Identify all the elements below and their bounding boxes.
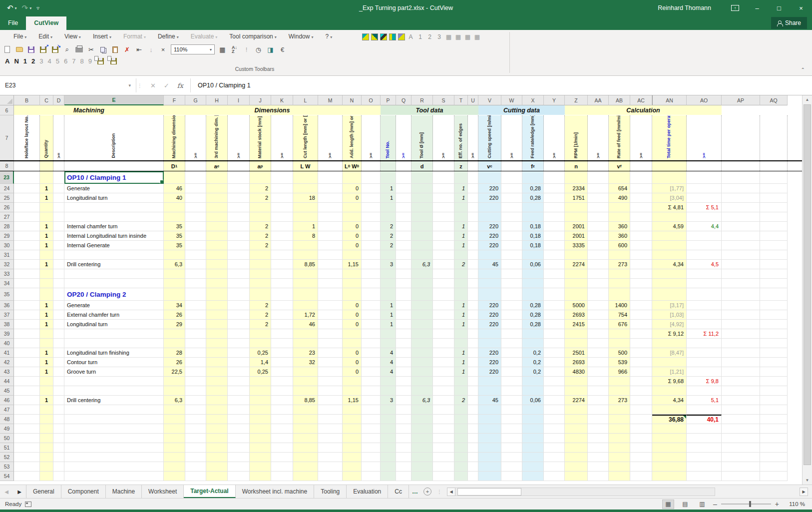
cell-M41[interactable] (318, 348, 343, 358)
cell-AB27[interactable] (609, 212, 630, 222)
cell-H42[interactable] (206, 358, 228, 367)
cell-Z31[interactable] (565, 250, 588, 260)
cell-L28[interactable]: 1 (293, 222, 318, 231)
column-header-AQ[interactable]: AQ (760, 95, 788, 105)
cell-X45[interactable] (522, 386, 544, 396)
cell-AC36[interactable] (630, 301, 652, 310)
cell-S40[interactable] (433, 339, 454, 348)
cell-G31[interactable] (185, 250, 206, 260)
menu-tool-comparison[interactable]: Tool comparison▾ (224, 31, 282, 42)
cell-L49[interactable] (293, 424, 318, 434)
cell-V43[interactable]: 220 (478, 367, 501, 377)
cell-I34[interactable] (228, 279, 250, 288)
cell-C24[interactable]: 1 (40, 184, 53, 193)
cell-AN40[interactable] (652, 339, 687, 348)
cell-AC39[interactable] (630, 329, 652, 339)
cell-I29[interactable] (228, 231, 250, 241)
cell-AB43[interactable]: 966 (609, 367, 630, 377)
cell-AQ51[interactable] (760, 443, 788, 453)
cell-V32[interactable]: 45 (478, 260, 501, 269)
cell-AA36[interactable] (588, 301, 609, 310)
cell-N48[interactable] (343, 415, 362, 424)
undo-dropdown-icon[interactable]: ▾ (15, 6, 17, 10)
cell-F26[interactable] (164, 203, 185, 212)
menu-insert[interactable]: Insert▾ (87, 31, 117, 42)
cell-K51[interactable] (271, 443, 293, 453)
cell-Q37[interactable] (396, 310, 411, 320)
enter-icon[interactable]: ✓ (164, 82, 169, 89)
cell-AQ41[interactable] (760, 348, 788, 358)
cell-Y26[interactable] (544, 203, 565, 212)
cell-R45[interactable] (411, 386, 433, 396)
cell-U34[interactable] (468, 279, 478, 288)
cell-L41[interactable]: 23 (293, 348, 318, 358)
cell-AO32[interactable]: 4,5 (687, 260, 722, 269)
cell-N24[interactable]: 0 (343, 184, 362, 193)
column-header-E[interactable]: E (64, 95, 164, 105)
cell-AN33[interactable] (652, 269, 687, 279)
cell-O51[interactable] (362, 443, 381, 453)
cell-I26[interactable] (228, 203, 250, 212)
cell-L44[interactable] (293, 377, 318, 386)
cell-M38[interactable] (318, 320, 343, 329)
cell-Y43[interactable] (544, 367, 565, 377)
cell-AO43[interactable] (687, 367, 722, 377)
cell-AQ50[interactable] (760, 434, 788, 443)
row-header-32[interactable]: 32 (0, 260, 14, 269)
cell-L33[interactable] (293, 269, 318, 279)
row-header-31[interactable]: 31 (0, 250, 14, 260)
cell-Y36[interactable] (544, 301, 565, 310)
cell-U27[interactable] (468, 212, 478, 222)
cell-AP36[interactable] (722, 301, 760, 310)
cell-T26[interactable] (454, 203, 468, 212)
cell-AN44[interactable]: Σ 9,68 (652, 377, 687, 386)
cell-M52[interactable] (318, 453, 343, 462)
cell-AC31[interactable] (630, 250, 652, 260)
copy-icon[interactable] (99, 45, 107, 54)
cell-AB45[interactable] (609, 386, 630, 396)
cell-X49[interactable] (522, 424, 544, 434)
cell-C26[interactable] (40, 203, 53, 212)
cell-V46[interactable]: 45 (478, 396, 501, 405)
cell-H46[interactable] (206, 396, 228, 405)
cell-R25[interactable] (411, 193, 433, 203)
cell-H38[interactable] (206, 320, 228, 329)
cell-N29[interactable]: 0 (343, 231, 362, 241)
cell-E48[interactable] (64, 415, 164, 424)
cell-W43[interactable] (501, 367, 522, 377)
cell-Y44[interactable] (544, 377, 565, 386)
cell-K39[interactable] (271, 329, 293, 339)
cell-J45[interactable] (250, 386, 271, 396)
recalc-time-icon[interactable]: ◷ (254, 45, 263, 54)
cell-M30[interactable] (318, 241, 343, 250)
cell-T28[interactable]: 1 (454, 222, 468, 231)
cell-Q53[interactable] (396, 462, 411, 472)
cell-U40[interactable] (468, 339, 478, 348)
cell-C42[interactable]: 1 (40, 358, 53, 367)
cell-AC54[interactable] (630, 472, 652, 481)
cell-AP39[interactable] (722, 329, 760, 339)
cell-AP49[interactable] (722, 424, 760, 434)
outline-level-9[interactable]: 9 (88, 57, 92, 65)
cell-AN45[interactable] (652, 386, 687, 396)
cell-C46[interactable]: 1 (40, 396, 53, 405)
outline-level-6[interactable]: 6 (64, 57, 67, 65)
cell-AQ44[interactable] (760, 377, 788, 386)
cell-D24[interactable] (53, 184, 64, 193)
cell-AC44[interactable] (630, 377, 652, 386)
cell-C51[interactable] (40, 443, 53, 453)
cell-AB33[interactable] (609, 269, 630, 279)
cell-K43[interactable] (271, 367, 293, 377)
row-header-38[interactable]: 38 (0, 320, 14, 329)
sort-icon[interactable]: A↓Z (230, 45, 239, 54)
cell-E44[interactable] (64, 377, 164, 386)
save-icon[interactable] (27, 45, 35, 54)
cell-AP47[interactable] (722, 405, 760, 415)
cell-AP23[interactable] (722, 171, 760, 184)
cell-AQ27[interactable] (760, 212, 788, 222)
cell-K36[interactable] (271, 301, 293, 310)
cell-AC38[interactable] (630, 320, 652, 329)
cell-T32[interactable]: 2 (454, 260, 468, 269)
cell-AQ52[interactable] (760, 453, 788, 462)
cell-O39[interactable] (362, 329, 381, 339)
